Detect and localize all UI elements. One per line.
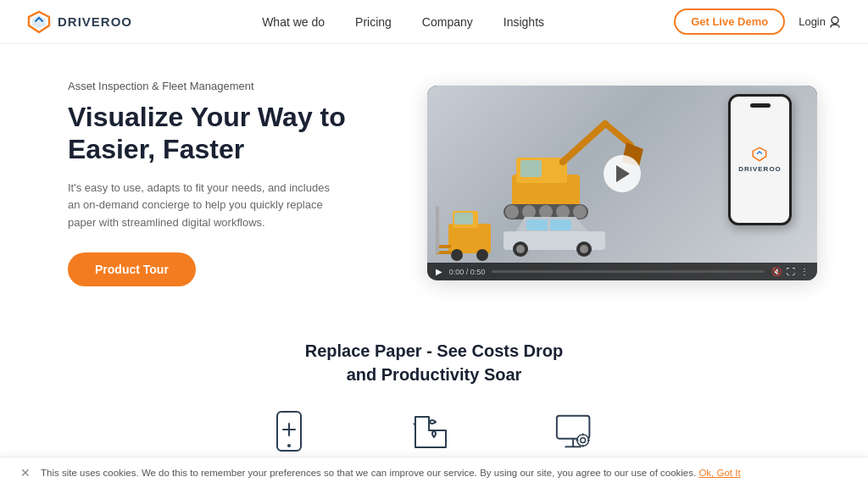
nav-pricing[interactable]: Pricing bbox=[355, 15, 392, 29]
login-icon bbox=[829, 16, 841, 28]
svg-rect-14 bbox=[526, 219, 548, 230]
driveroo-logo-icon bbox=[27, 10, 51, 34]
svg-point-32 bbox=[287, 444, 291, 447]
phone-logo-icon bbox=[752, 147, 767, 162]
monitor-settings-icon bbox=[554, 410, 598, 454]
nav-right: Get Live Demo Login bbox=[674, 8, 841, 35]
svg-line-5 bbox=[563, 124, 605, 162]
video-controls: ▶ 0:00 / 0:50 🔇 ⛶ ⋮ bbox=[427, 263, 817, 280]
phone-logo-text: DRIVEROO bbox=[738, 165, 782, 173]
svg-rect-4 bbox=[520, 160, 542, 177]
play-triangle-icon bbox=[616, 165, 630, 182]
car-illustration bbox=[499, 210, 609, 257]
video-background: DRIVEROO bbox=[427, 86, 817, 280]
volume-button[interactable]: 🔇 bbox=[771, 267, 782, 276]
svg-marker-28 bbox=[754, 147, 766, 160]
progress-bar[interactable] bbox=[492, 270, 765, 273]
svg-rect-20 bbox=[448, 224, 491, 253]
more-options-button[interactable]: ⋮ bbox=[800, 267, 809, 276]
product-tour-button[interactable]: Product Tour bbox=[68, 252, 196, 286]
hero-right: DRIVEROO ▶ 0:00 / 0:50 🔇 bbox=[427, 86, 817, 280]
hero-title: Visualize Your Way to Easier, Faster bbox=[68, 101, 393, 166]
svg-point-19 bbox=[580, 245, 588, 253]
brand-name: DRIVEROO bbox=[58, 14, 132, 29]
phone-logo: DRIVEROO bbox=[738, 147, 782, 173]
video-time: 0:00 / 0:50 bbox=[449, 268, 486, 276]
phone-notch bbox=[750, 103, 771, 108]
hero-subtitle: Asset Inspection & Fleet Management bbox=[68, 80, 393, 92]
svg-rect-15 bbox=[550, 219, 571, 230]
mobile-plus-icon bbox=[267, 410, 311, 454]
hero-left: Asset Inspection & Fleet Management Visu… bbox=[68, 80, 393, 286]
phone-mockup: DRIVEROO bbox=[728, 94, 792, 225]
cookie-text: This site uses cookies. We do this to re… bbox=[41, 468, 848, 478]
svg-point-27 bbox=[476, 249, 488, 261]
nav-insights[interactable]: Insights bbox=[504, 15, 544, 29]
svg-point-26 bbox=[451, 249, 463, 261]
svg-point-17 bbox=[516, 245, 525, 253]
nav-company[interactable]: Company bbox=[422, 15, 473, 29]
nav-links: What we do Pricing Company Insights bbox=[262, 14, 544, 30]
svg-line-6 bbox=[605, 124, 631, 145]
puzzle-icon bbox=[409, 410, 453, 454]
svg-rect-22 bbox=[454, 213, 473, 225]
cookie-accept-link[interactable]: Ok, Got It bbox=[698, 468, 740, 478]
play-button[interactable] bbox=[604, 155, 641, 192]
fullscreen-button[interactable]: ⛶ bbox=[787, 267, 795, 276]
video-right-controls: 🔇 ⛶ ⋮ bbox=[771, 267, 809, 276]
svg-point-36 bbox=[577, 435, 588, 446]
hero-section: Asset Inspection & Fleet Management Visu… bbox=[0, 44, 868, 315]
login-button[interactable]: Login bbox=[798, 15, 841, 28]
get-live-demo-button[interactable]: Get Live Demo bbox=[674, 8, 785, 35]
forklift-illustration bbox=[431, 194, 508, 262]
logo[interactable]: DRIVEROO bbox=[27, 10, 132, 34]
play-pause-button[interactable]: ▶ bbox=[436, 267, 442, 276]
nav-what-we-do[interactable]: What we do bbox=[262, 15, 325, 29]
svg-rect-25 bbox=[436, 207, 439, 253]
cookie-close-button[interactable]: ✕ bbox=[20, 466, 31, 480]
navbar: DRIVEROO What we do Pricing Company Insi… bbox=[0, 0, 868, 44]
video-player[interactable]: DRIVEROO ▶ 0:00 / 0:50 🔇 bbox=[427, 86, 817, 280]
features-title: Replace Paper - See Costs Dropand Produc… bbox=[51, 339, 817, 386]
hero-description: It's easy to use, adapts to fit your nee… bbox=[68, 180, 339, 232]
cookie-banner: ✕ This site uses cookies. We do this to … bbox=[0, 457, 868, 488]
